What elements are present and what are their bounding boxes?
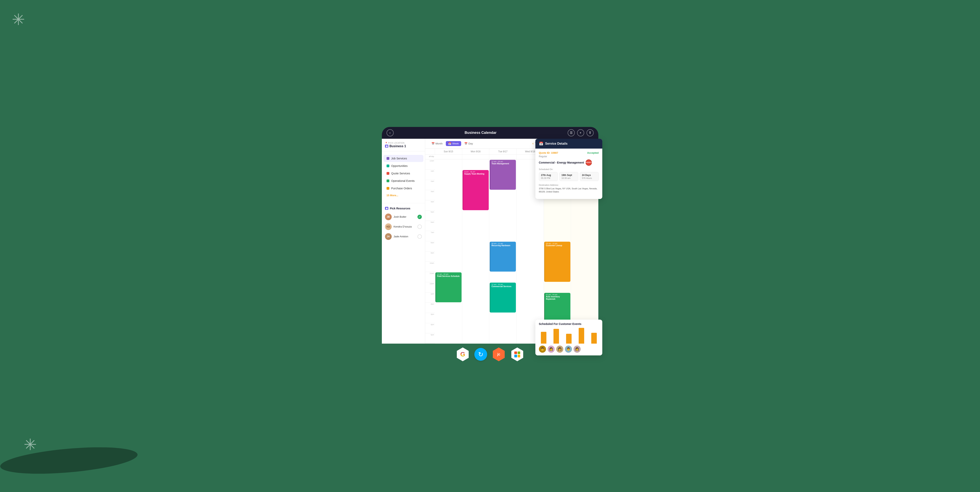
windows-grid <box>514 352 520 357</box>
event-field-services[interactable]: 11 am - 02 pm Field Services Schedule <box>435 272 461 302</box>
sched-date-1: 19th Sept <box>562 174 576 177</box>
event-customer-lineup[interactable]: 08 am - 12 pm Customer Lineup <box>544 242 570 282</box>
resource-item-jade[interactable]: JA Jade Aniston <box>382 232 425 242</box>
sidebar-item-job-services[interactable]: Job Services <box>383 155 423 162</box>
sched-card-2: 24 Days 576 Hours <box>580 172 599 181</box>
tab-day[interactable]: 📅 Day <box>462 141 475 146</box>
time-5am: 5am <box>425 210 435 221</box>
location-name[interactable]: ▦ Business 1 <box>385 145 422 148</box>
all-day-mon <box>462 155 489 159</box>
avatar-josh: JB <box>385 213 392 220</box>
sched-time-1: 10:30 am <box>562 177 576 179</box>
customer-events-panel: Scheduled For Customer Events <box>535 320 602 355</box>
location-label: 📍 PICK LOCATION <box>385 142 422 144</box>
service-name: Commercial - Energy Management <box>539 161 584 164</box>
sched-time-2: 576 Hours <box>582 177 597 179</box>
dot-purple <box>387 157 389 160</box>
sched-time-0: 05:30 PM <box>541 177 556 179</box>
location-header: 📍 PICK LOCATION ▦ Business 1 <box>382 142 425 151</box>
sidebar-item-opportunities[interactable]: Opportunities <box>383 162 423 169</box>
dot-red <box>387 172 389 175</box>
time-5pm: 5pm <box>425 333 435 344</box>
week-cal-icon: 📅 <box>448 142 451 145</box>
scheduled-cards: 27th Aug 05:30 PM 19th Sept 10:30 am 24 … <box>539 172 599 181</box>
time-2pm: 2pm <box>425 303 435 313</box>
sidebar-nav: Job Services Opportunities Quote Service… <box>382 151 425 202</box>
main-content: 📍 PICK LOCATION ▦ Business 1 Job Service… <box>382 139 598 344</box>
nav-prev[interactable]: ‹ <box>532 142 533 145</box>
win-cell-3 <box>514 355 517 357</box>
time-8am: 8am <box>425 241 435 252</box>
grid-icon: ▦ <box>385 145 388 148</box>
sidebar-item-operational-events[interactable]: Operational Events <box>383 177 423 185</box>
ce-avatar-4: 👨 <box>565 346 572 353</box>
ce-bar-1 <box>539 332 548 344</box>
app-wrapper: ‹ Business Calendar ☰ + ⊽ 📍 PICK LOCATIO… <box>382 127 598 365</box>
filter-icon[interactable]: ⊽ <box>587 129 593 136</box>
bar-3 <box>566 334 571 344</box>
dot-green <box>387 180 389 182</box>
time-9am: 9am <box>425 252 435 262</box>
bar-4 <box>579 328 584 344</box>
panel-title: Service Details <box>545 142 568 145</box>
win-cell-1 <box>514 352 517 354</box>
sched-card-0: 27th Aug 05:30 PM <box>539 172 558 181</box>
sidebar-item-quote-services[interactable]: Quote Services <box>383 170 423 177</box>
sidebar-item-purchase-orders[interactable]: Purchase Orders <box>383 185 423 192</box>
col-sun: 11 am - 02 pm Field Services Schedule <box>435 159 462 344</box>
ce-avatars: 👨 👩 👩 👨 👩 <box>539 346 599 353</box>
ce-bar-2 <box>552 329 561 344</box>
avatar-jade: JA <box>385 233 392 240</box>
col-header-mon: Mon 9/16 <box>462 148 489 154</box>
event-auto-inv[interactable]: 01 pm - 04 pm Auto Inventory Replenish <box>544 293 570 323</box>
top-actions: ☰ + ⊽ <box>568 129 593 136</box>
ce-bar-4 <box>577 328 586 344</box>
event-commercial-svc[interactable]: 12 am - 03 am Commercial Services <box>490 283 516 312</box>
resource-item-josh[interactable]: JB Josh Butler ✓ <box>382 212 425 222</box>
logo-windows <box>511 347 524 361</box>
bar-1 <box>541 332 546 344</box>
quote-row: Quote ID: 10887 Accepted <box>539 151 599 154</box>
list-icon[interactable]: ☰ <box>568 129 575 136</box>
event-team-mgmt[interactable]: 12 am - 03 am Team Management <box>490 160 516 190</box>
pick-resources-header: ▦ Pick Resources <box>382 205 425 212</box>
time-10am: 10am <box>425 262 435 272</box>
time-2am: 2am <box>425 180 435 190</box>
check-josh[interactable]: ✓ <box>417 215 422 219</box>
resource-item-kendra[interactable]: KD Kendra D'souza <box>382 222 425 232</box>
status-accepted: Accepted <box>587 151 599 154</box>
ce-title: Scheduled For Customer Events <box>539 322 599 325</box>
event-recurring-hw[interactable]: 08 am - 11 am Recurring Hardware <box>490 242 516 272</box>
ce-avatar-3: 👩 <box>556 346 563 353</box>
tab-week[interactable]: 📅 Week <box>446 141 461 146</box>
time-6am: 6am <box>425 221 435 231</box>
time-1am: 1am <box>425 170 435 180</box>
event-supply-team[interactable]: 01am - 05 am Supply Team Meeting <box>463 170 489 210</box>
logo-google: G <box>456 347 469 361</box>
starburst-decoration-1: ✳ <box>12 12 25 27</box>
back-button[interactable]: ‹ <box>387 129 394 136</box>
location-pin-icon: 📍 <box>385 142 388 144</box>
tab-month[interactable]: 📅 Month <box>429 141 445 146</box>
ce-avatar-1: 👨 <box>539 346 546 353</box>
col-header-sun: Sun 9/15 <box>435 148 462 154</box>
all-day-sun <box>435 155 462 159</box>
time-7am: 7am <box>425 231 435 241</box>
dot-teal <box>387 164 389 167</box>
time-12pm: 12pm <box>425 282 435 293</box>
check-jade[interactable] <box>417 234 422 239</box>
avatar-kendra: KD <box>385 223 392 230</box>
time-1pm: 1pm <box>425 293 435 303</box>
dot-orange <box>387 187 389 190</box>
all-day-label: all-day <box>425 155 435 159</box>
col-header-tue: Tue 9/17 <box>489 148 517 154</box>
time-4am: 4am <box>425 201 435 210</box>
check-kendra[interactable] <box>417 225 422 229</box>
add-icon[interactable]: + <box>577 129 584 136</box>
priority-badge: PRIORITY <box>585 159 592 166</box>
time-11am: 11am <box>425 272 435 282</box>
logo-sync: ↻ <box>474 348 487 361</box>
sidebar: 📍 PICK LOCATION ▦ Business 1 Job Service… <box>382 139 425 344</box>
more-link[interactable]: 15 More... <box>383 192 423 198</box>
sched-card-1: 19th Sept 10:30 am <box>559 172 578 181</box>
